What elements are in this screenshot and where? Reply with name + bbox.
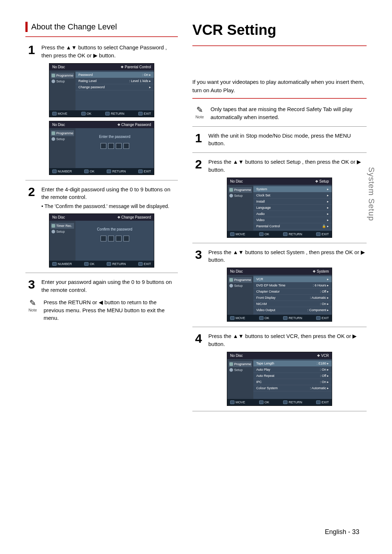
osd-row-value: : Level 1 kids ▸: [129, 79, 151, 83]
left-title: About the Change Level: [31, 22, 117, 32]
osd-change-password-enter: No Disc❖ Change Password ProgrammeSetup …: [49, 121, 154, 175]
osd-sidebar: ProgrammeSetup: [227, 185, 253, 231]
osd-row-value: ▸: [327, 277, 329, 281]
osd-side-item: Programme: [229, 361, 252, 367]
osd-row-label: NICAM: [256, 302, 267, 306]
gear-icon: [229, 194, 233, 197]
chevron-right-icon: ▸: [326, 284, 329, 287]
left-header: About the Change Level: [25, 22, 178, 32]
step-text: Press the ▲▼ buttons to select VCR, then…: [208, 332, 367, 348]
osd-row-value: ▸: [327, 218, 329, 222]
osd-row-label: Colour System: [256, 386, 278, 390]
osd-side-item: Setup: [51, 136, 74, 142]
osd-side-item: Programme: [229, 277, 252, 283]
osd-row: Auto Repeat: Off ▸: [253, 373, 332, 379]
osd-side-item: Setup: [229, 193, 252, 199]
osd-side-item: Setup: [229, 283, 252, 289]
right-step-4: 4 Press the ▲▼ buttons to select VCR, th…: [192, 332, 367, 348]
chevron-right-icon: ▸: [326, 308, 329, 312]
osd-row-label: IPC: [256, 380, 262, 384]
osd-row: VCR ▸: [253, 276, 332, 282]
cam-icon: [229, 362, 233, 366]
step-number: 2: [192, 158, 205, 174]
return-icon: [283, 400, 287, 404]
divider: [25, 273, 178, 273]
osd-side-label: Setup: [56, 80, 65, 83]
osd-row-value: 🔒 ▸: [322, 224, 329, 228]
osd-title-left: No Disc: [230, 354, 243, 358]
osd-title-left: No Disc: [230, 179, 243, 183]
gear-icon: [229, 284, 233, 288]
left-step-2: 2 Enter the 4-digit password using the 0…: [25, 186, 178, 210]
exit-icon: [138, 262, 143, 266]
osd-row-value: : Component ▸: [307, 308, 329, 312]
osd-row: Rating Level: Level 1 kids ▸: [75, 78, 154, 84]
osd-title-right: ❖ Change Password: [117, 123, 151, 127]
osd-row-value: ▸: [327, 200, 329, 203]
osd-row: Change password ▸: [75, 84, 154, 90]
osd-parental-control: No Disc❖ Parental Control ProgrammeSetup…: [49, 63, 154, 117]
osd-side-label: Setup: [234, 284, 243, 288]
ok-icon: [81, 112, 86, 115]
osd-row-label: Change password: [78, 85, 105, 89]
chevron-right-icon: ▸: [327, 194, 329, 197]
osd-title-left: No Disc: [52, 123, 65, 127]
right-step-2: 2 Press the ▲▼ buttons to select Setup ,…: [192, 158, 367, 174]
osd-row: Front Display: Automatic ▸: [253, 295, 332, 301]
osd-row-label: Video: [256, 218, 265, 222]
osd-side-label: Programme: [234, 362, 251, 366]
step-number: 1: [192, 132, 205, 148]
osd-footer: NUMBER OK RETURN EXIT: [49, 261, 154, 267]
side-tab: System Setup: [367, 167, 376, 221]
osd-row-value: : Automatic ▸: [310, 386, 329, 390]
osd-main: Enter the password: [75, 128, 154, 168]
chevron-right-icon: ▸: [326, 224, 329, 228]
page-footer: English - 33: [325, 528, 359, 536]
osd-vcr: No Disc❖ VCR ProgrammeSetup Tape Length:…: [227, 352, 332, 406]
step-number: 1: [25, 44, 38, 60]
chevron-right-icon: ▸: [326, 290, 329, 293]
osd-main: Password: On ▸Rating Level: Level 1 kids…: [75, 70, 154, 110]
gear-icon: [52, 137, 55, 141]
osd-side-item: Programme: [229, 187, 252, 193]
osd-row: Video ▸: [253, 217, 332, 223]
divider: [192, 411, 367, 411]
left-column: About the Change Level 1 Press the ▲▼ bu…: [25, 22, 178, 416]
divider: [25, 36, 178, 37]
step-number: 3: [192, 248, 205, 264]
osd-side-label: Programme: [56, 131, 73, 135]
chevron-right-icon: ▸: [327, 206, 329, 209]
osd-side-label: Timer Rec.: [56, 224, 72, 228]
red-bar-icon: [25, 22, 28, 32]
osd-row: IPC: On ▸: [253, 379, 332, 385]
divider: [25, 180, 178, 180]
osd-row-label: Rating Level: [78, 79, 97, 83]
cam-icon: [229, 278, 233, 282]
osd-setup: No Disc❖ Setup ProgrammeSetup System ▸Cl…: [227, 178, 332, 238]
number-icon: [52, 262, 57, 266]
osd-row: Password: On ▸: [75, 72, 154, 78]
divider: [192, 327, 367, 327]
ok-icon: [259, 232, 264, 236]
osd-row-label: System: [256, 187, 267, 191]
step-text: Press the ▲▼ buttons to select System , …: [208, 248, 367, 264]
chevron-right-icon: ▸: [326, 380, 329, 384]
divider: [192, 152, 367, 153]
osd-sidebar: ProgrammeSetup: [227, 275, 253, 315]
password-boxes: [75, 236, 154, 241]
osd-side-item: Setup: [229, 367, 252, 373]
chevron-right-icon: ▸: [327, 277, 329, 281]
osd-row: Language ▸: [253, 205, 332, 211]
gear-icon: [229, 368, 233, 372]
osd-sidebar: Timer Rec.Setup: [49, 221, 75, 261]
osd-row-value: : Off ▸: [320, 290, 329, 293]
ok-icon: [84, 170, 89, 173]
divider: [192, 98, 367, 99]
osd-row: Video Output: Component ▸: [253, 307, 332, 313]
osd-row: Audio ▸: [253, 211, 332, 217]
osd-row-value: ▸: [327, 194, 329, 197]
osd-main: Confirm the password: [75, 221, 154, 261]
intro-text: If you want your videotapes to play auto…: [192, 78, 367, 94]
step-text: Press the ▲▼ buttons to select Setup , t…: [208, 158, 367, 174]
right-title: VCR Setting: [192, 22, 367, 38]
